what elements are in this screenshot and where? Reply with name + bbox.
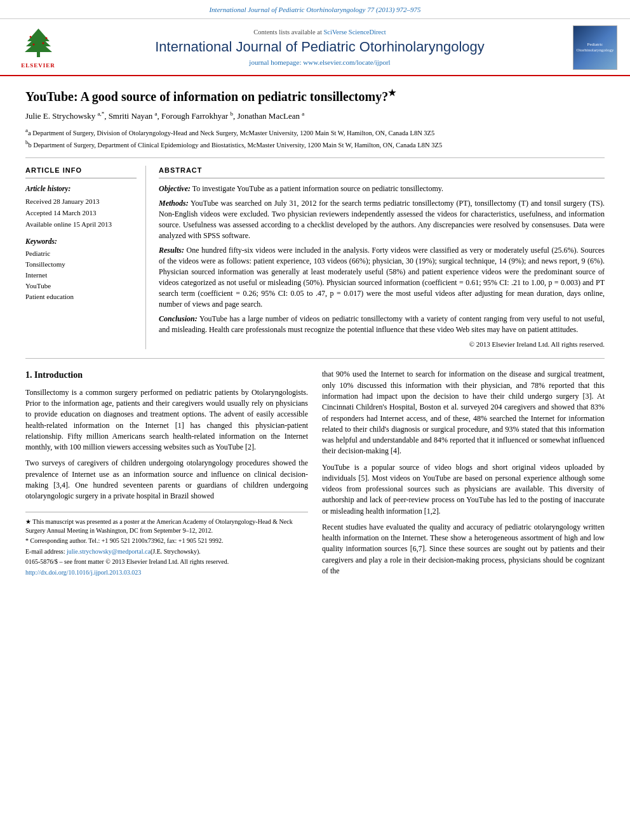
body-right-para-2: YouTube is a popular source of video blo… bbox=[322, 462, 605, 517]
keyword-5: Patient education bbox=[25, 292, 137, 302]
body-left-para-1: Tonsillectomy is a common surgery perfor… bbox=[25, 387, 308, 453]
svg-point-4 bbox=[29, 36, 31, 37]
abstract-methods: Methods: YouTube was searched on July 31… bbox=[159, 198, 605, 241]
body-right-column: that 90% used the Internet to search for… bbox=[322, 369, 605, 582]
journal-header: ELSEVIER Contents lists available at Sci… bbox=[0, 19, 630, 76]
journal-title-block: Contents lists available at SciVerse Sci… bbox=[76, 27, 563, 68]
body-left-column: 1. Introduction Tonsillectomy is a commo… bbox=[25, 369, 308, 582]
footnote-star: ★ This manuscript was presented as a pos… bbox=[25, 517, 308, 535]
affiliations-block: aa Department of Surgery, Division of Ot… bbox=[25, 126, 605, 158]
keyword-3: Internet bbox=[25, 270, 137, 281]
abstract-results: Results: One hundred fifty-six videos we… bbox=[159, 245, 605, 310]
doi-link[interactable]: http://dx.doi.org/10.1016/j.ijporl.2013.… bbox=[25, 569, 141, 576]
keyword-1: Pediatric bbox=[25, 249, 137, 259]
article-content: YouTube: A good source of information on… bbox=[0, 76, 630, 594]
affiliation-b: bb Department of Surgery, Department of … bbox=[25, 138, 605, 150]
footnote-issn: 0165-5876/$ – see front matter © 2013 El… bbox=[25, 557, 308, 566]
article-info-header: ARTICLE INFO bbox=[25, 166, 137, 178]
abstract-objective: Objective: To investigate YouTube as a p… bbox=[159, 183, 605, 194]
journal-thumbnail: Pediatric Otorhinolaryngology bbox=[573, 25, 617, 70]
body-left-para-2: Two surveys of caregivers of children un… bbox=[25, 458, 308, 502]
abstract-header: ABSTRACT bbox=[159, 166, 605, 178]
svg-point-5 bbox=[45, 37, 47, 39]
homepage-url[interactable]: www.elsevier.com/locate/ijporl bbox=[303, 58, 390, 66]
keyword-2: Tonsillectomy bbox=[25, 260, 137, 270]
body-right-para-1: that 90% used the Internet to search for… bbox=[322, 369, 605, 457]
email-link[interactable]: julie.strychowsky@medportal.ca bbox=[67, 548, 151, 555]
authors-line: Julie E. Strychowsky a,*, Smriti Nayan a… bbox=[25, 110, 605, 123]
svg-point-7 bbox=[42, 42, 44, 44]
body-section: 1. Introduction Tonsillectomy is a commo… bbox=[25, 369, 605, 582]
available-line: Available online 15 April 2013 bbox=[25, 220, 137, 230]
article-info-column: ARTICLE INFO Article history: Received 2… bbox=[25, 166, 146, 349]
elsevier-logo: ELSEVIER bbox=[13, 25, 64, 70]
abstract-column: ABSTRACT Objective: To investigate YouTu… bbox=[159, 166, 605, 349]
info-abstract-section: ARTICLE INFO Article history: Received 2… bbox=[25, 166, 605, 359]
history-label: Article history: bbox=[25, 183, 137, 194]
affiliation-a: aa Department of Surgery, Division of Ot… bbox=[25, 126, 605, 138]
section-1-title: 1. Introduction bbox=[25, 369, 308, 382]
elsevier-label: ELSEVIER bbox=[21, 62, 55, 70]
sciverse-line: Contents lists available at SciVerse Sci… bbox=[76, 27, 563, 37]
journal-homepage: journal homepage: www.elsevier.com/locat… bbox=[76, 58, 563, 68]
journal-reference: International Journal of Pediatric Otorh… bbox=[209, 6, 420, 13]
elsevier-tree-icon bbox=[21, 25, 56, 60]
keywords-label: Keywords: bbox=[25, 236, 137, 247]
abstract-conclusion: Conclusion: YouTube has a large number o… bbox=[159, 314, 605, 335]
article-title: YouTube: A good source of information on… bbox=[25, 88, 605, 105]
received-line: Received 28 January 2013 bbox=[25, 197, 137, 207]
top-journal-bar: International Journal of Pediatric Otorh… bbox=[0, 0, 630, 19]
footnote-email: E-mail address: julie.strychowsky@medpor… bbox=[25, 547, 308, 556]
footnotes-section: ★ This manuscript was presented as a pos… bbox=[25, 512, 308, 577]
keyword-4: YouTube bbox=[25, 281, 137, 291]
title-star: ★ bbox=[388, 88, 396, 98]
body-right-para-3: Recent studies have evaluated the qualit… bbox=[322, 522, 605, 577]
journal-title: International Journal of Pediatric Otorh… bbox=[76, 39, 563, 55]
footnote-doi: http://dx.doi.org/10.1016/j.ijporl.2013.… bbox=[25, 568, 308, 577]
footnote-corresponding: * Corresponding author. Tel.: +1 905 521… bbox=[25, 537, 308, 545]
abstract-copyright: © 2013 Elsevier Ireland Ltd. All rights … bbox=[159, 340, 605, 350]
accepted-line: Accepted 14 March 2013 bbox=[25, 208, 137, 218]
svg-point-6 bbox=[32, 43, 34, 45]
sciverse-link[interactable]: SciVerse ScienceDirect bbox=[323, 29, 385, 36]
